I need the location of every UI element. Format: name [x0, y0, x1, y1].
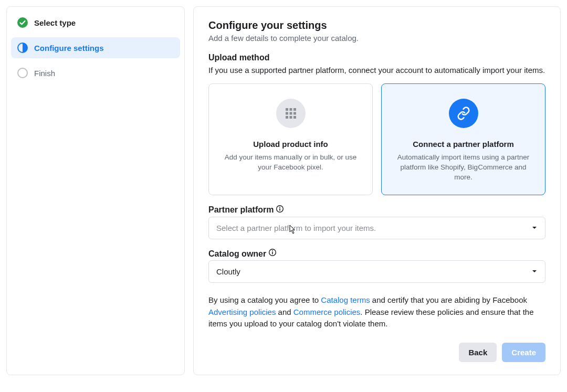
svg-point-2: [18, 68, 27, 78]
card-title: Upload product info: [219, 140, 362, 149]
step-select-type[interactable]: Select type: [11, 12, 180, 33]
step-label: Configure settings: [34, 44, 104, 52]
wizard-sidebar: Select type Configure settings Finish: [6, 6, 185, 375]
upload-method-cards: Upload product info Add your items manua…: [208, 83, 545, 196]
upload-method-heading: Upload method: [208, 53, 545, 62]
step-finish[interactable]: Finish: [11, 62, 180, 83]
select-placeholder: Select a partner platform to import your…: [216, 224, 376, 232]
main-panel: Configure your settings Add a few detail…: [193, 6, 561, 375]
svg-rect-16: [272, 252, 273, 255]
svg-rect-7: [289, 112, 292, 114]
svg-rect-11: [293, 116, 296, 119]
svg-rect-3: [286, 108, 288, 111]
step-label: Select type: [34, 18, 76, 27]
card-desc: Add your items manually or in bulk, or u…: [219, 153, 362, 173]
link-icon: [449, 99, 478, 128]
link-commerce-policies[interactable]: Commerce policies: [293, 308, 361, 316]
step-configure-settings[interactable]: Configure settings: [11, 37, 180, 58]
terms-text: By using a catalog you agree to Catalog …: [208, 294, 545, 330]
back-button[interactable]: Back: [459, 343, 497, 362]
info-icon[interactable]: [276, 205, 284, 213]
svg-rect-6: [286, 112, 288, 114]
grid-icon: [276, 99, 306, 128]
half-circle-icon: [17, 43, 28, 53]
footer-actions: Back Create: [208, 343, 545, 362]
page-title: Configure your settings: [208, 19, 545, 31]
card-title: Connect a partner platform: [392, 140, 534, 149]
check-circle-icon: [17, 17, 28, 28]
upload-method-description: If you use a supported partner platform,…: [208, 65, 545, 76]
svg-point-0: [17, 17, 28, 28]
info-icon[interactable]: [269, 249, 277, 257]
step-label: Finish: [34, 69, 55, 78]
card-connect-partner-platform[interactable]: Connect a partner platform Automatically…: [381, 83, 545, 196]
link-advertising-policies[interactable]: Advertising policies: [208, 308, 276, 316]
svg-rect-8: [293, 112, 296, 114]
svg-rect-10: [289, 116, 292, 119]
caret-down-icon: [531, 224, 538, 232]
create-button[interactable]: Create: [502, 343, 545, 362]
select-value: Cloutly: [216, 267, 240, 276]
catalog-owner-label: Catalog owner: [208, 249, 545, 259]
page-subtitle: Add a few details to complete your catal…: [208, 34, 545, 43]
partner-platform-select[interactable]: Select a partner platform to import your…: [208, 217, 545, 239]
caret-down-icon: [531, 267, 538, 276]
svg-rect-5: [293, 108, 296, 111]
svg-point-17: [272, 250, 273, 251]
catalog-owner-select[interactable]: Cloutly: [208, 260, 545, 283]
card-desc: Automatically import items using a partn…: [392, 153, 534, 183]
link-catalog-terms[interactable]: Catalog terms: [321, 295, 370, 304]
svg-point-14: [279, 207, 280, 208]
svg-rect-4: [289, 108, 292, 111]
card-upload-product-info[interactable]: Upload product info Add your items manua…: [208, 83, 373, 196]
partner-platform-label: Partner platform: [208, 205, 545, 215]
svg-rect-13: [280, 208, 281, 211]
empty-circle-icon: [17, 68, 28, 78]
svg-rect-9: [286, 116, 288, 119]
